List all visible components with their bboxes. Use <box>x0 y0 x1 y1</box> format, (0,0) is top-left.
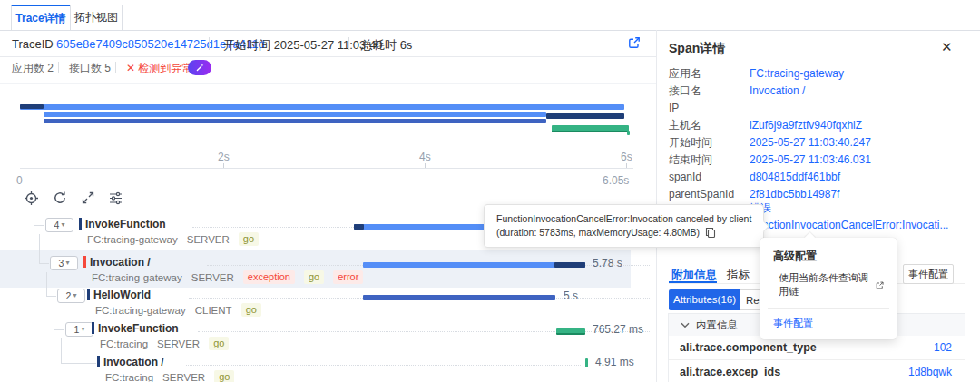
span-duration-bar-tiny[interactable] <box>585 358 588 367</box>
tag-go: go <box>214 370 234 382</box>
field-row: 开始时间 2025-05-27 11:03:40.247 <box>669 134 965 152</box>
tag-go: go <box>239 232 259 246</box>
field-row: 应用名 FC:tracing-gateway <box>669 65 965 83</box>
chevron-down-icon: ▾ <box>81 326 84 333</box>
span-duration-label: 5 s <box>564 289 578 302</box>
span-collapse-badge[interactable]: 4▾ <box>45 218 74 232</box>
child-count: 2 <box>66 290 72 301</box>
span-collapse-badge[interactable]: 2▾ <box>57 289 85 303</box>
error-message-link[interactable]: FunctionInvocationCancelError:Invocati..… <box>750 219 948 231</box>
external-link-icon <box>876 280 884 290</box>
span-name[interactable]: Invocation / <box>90 256 151 269</box>
interface-count: 接口数 5 <box>69 61 111 76</box>
total-duration-label: 总耗时 <box>361 38 397 52</box>
filter-settings-icon[interactable] <box>108 191 123 206</box>
span-kind: SERVER <box>187 234 230 245</box>
span-name[interactable]: HelloWorld <box>93 289 151 301</box>
locate-icon[interactable] <box>24 191 39 206</box>
field-row: 接口名 Invocation / <box>669 83 965 100</box>
stats-separator-2 <box>115 62 116 73</box>
child-count: 1 <box>74 324 80 335</box>
axis-tickmark <box>425 163 426 168</box>
attribute-value[interactable]: 102 <box>934 341 952 354</box>
span-kind: SERVER <box>157 338 200 349</box>
span-duration-bar[interactable] <box>363 295 555 300</box>
field-value-link: d804815ddf461bbf <box>750 169 840 186</box>
ai-diagnosis-badge[interactable] <box>188 60 211 75</box>
field-value-link[interactable]: iZuf6j9a9fztfv940fqxhlZ <box>750 117 862 134</box>
field-value-link: 2025-05-27 11:03:46.031 <box>750 152 871 169</box>
span-detail-title: Span详情 <box>669 41 725 57</box>
close-icon[interactable]: ✕ <box>941 39 953 55</box>
attribute-row: ali.trace.excep_ids 1d8bqwk <box>669 360 965 382</box>
minimap-bar-tiny <box>627 131 630 135</box>
span-collapse-badge[interactable]: 3▾ <box>50 256 78 270</box>
span-kind: SERVER <box>191 272 234 283</box>
span-app: FC:tracing <box>105 372 153 382</box>
field-value-link: 2025-05-27 11:03:40.247 <box>750 134 871 152</box>
tab-trace-detail[interactable]: Trace详情 <box>11 5 71 30</box>
subtab-attributes[interactable]: Attributes(16) <box>669 289 740 310</box>
attribute-value[interactable]: 1d8bqwk <box>908 366 952 378</box>
axis-tick-2s: 2s <box>218 151 230 163</box>
anomaly-detected[interactable]: ✕ 检测到异常 <box>126 61 192 76</box>
trace-minimap[interactable] <box>0 91 656 141</box>
tabbar-divider <box>0 30 980 31</box>
span-name[interactable]: InvokeFunction <box>98 322 179 335</box>
field-row: 主机名 iZuf6j9a9fztfv940fqxhlZ <box>669 117 965 134</box>
span-duration-bar[interactable] <box>363 262 585 268</box>
minimap-bar <box>44 112 546 117</box>
refresh-icon[interactable] <box>53 191 68 206</box>
span-duration-bar-segment <box>554 262 585 268</box>
copy-icon[interactable] <box>705 227 716 239</box>
popup-arrow <box>804 232 816 244</box>
error-tooltip-line2: (duration: 5783ms, maxMemoryUsage: 4.80M… <box>496 226 700 240</box>
attribute-row: ali.trace.component_type 102 <box>669 336 965 360</box>
span-subinfo: FC:tracing-gateway SERVER exception go e… <box>92 270 363 284</box>
minimap-bar <box>20 104 624 110</box>
field-label: parentSpanId <box>669 188 734 201</box>
error-tooltip: FunctionInvocationCancelError:Invocation… <box>484 204 764 248</box>
span-app: FC:tracing-gateway <box>87 234 178 245</box>
trace-detail-page: Trace详情 拓扑视图 TraceID 605e8e7409c850520e1… <box>0 0 980 382</box>
field-label: 结束时间 <box>669 153 712 166</box>
minimap-bar-green <box>552 125 629 132</box>
event-config-button[interactable]: 事件配置 <box>903 264 954 284</box>
span-subinfo: FC:tracing SERVER go <box>105 370 234 382</box>
minimap-bar <box>44 119 546 123</box>
span-subinfo: FC:tracing-gateway CLIENT go <box>95 303 261 317</box>
span-kind: SERVER <box>162 372 205 382</box>
tree-connector <box>34 225 44 226</box>
tab-topology-view[interactable]: 拓扑视图 <box>70 5 122 30</box>
axis-end-label: 6.05s <box>603 174 629 187</box>
span-duration-bar[interactable] <box>556 328 585 335</box>
start-time-label: 开始时间 <box>223 38 270 52</box>
interface-count-value: 5 <box>104 62 111 74</box>
tab-metrics[interactable]: 指标 <box>727 268 750 283</box>
tree-connector <box>54 305 54 329</box>
tag-go: go <box>241 303 261 317</box>
external-link-icon[interactable] <box>628 36 641 49</box>
minimap-bar-segment <box>20 104 44 109</box>
tree-connector <box>54 329 64 330</box>
minimap-bar-segment <box>546 113 624 119</box>
span-name[interactable]: Invocation / <box>103 356 164 368</box>
anomaly-label: 检测到异常 <box>138 62 192 74</box>
span-subinfo: FC:tracing-gateway SERVER go <box>87 232 259 246</box>
axis-tickmark <box>223 163 224 168</box>
field-value-link[interactable]: FC:tracing-gateway <box>750 65 844 83</box>
chevron-down-icon: ▾ <box>65 260 69 267</box>
expand-icon[interactable] <box>81 191 96 206</box>
field-label: 主机名 <box>669 119 701 132</box>
popup-event-config-link[interactable]: 事件配置 <box>760 309 897 330</box>
axis-start-label: 0 <box>16 174 23 187</box>
span-collapse-badge[interactable]: 1▾ <box>65 322 93 337</box>
axis-tick-4s: 4s <box>419 151 431 163</box>
app-count: 应用数 2 <box>12 61 54 76</box>
tree-connector <box>34 205 34 225</box>
span-color-tick-error <box>83 256 86 268</box>
field-value-link[interactable]: Invocation / <box>750 83 805 100</box>
popup-query-item[interactable]: 使用当前条件查询调用链 <box>760 271 897 308</box>
tree-connector <box>39 263 49 264</box>
span-name[interactable]: InvokeFunction <box>85 218 166 230</box>
